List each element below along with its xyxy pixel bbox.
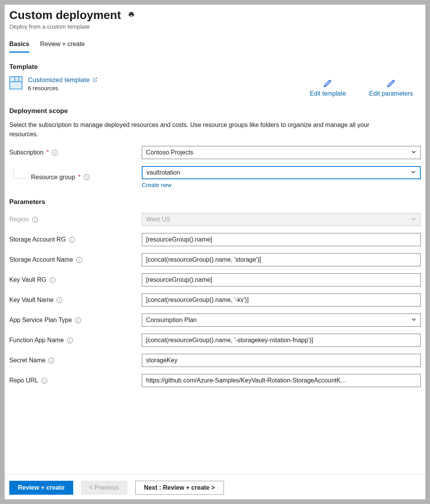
external-link-icon bbox=[92, 77, 98, 84]
required-indicator: * bbox=[46, 149, 49, 156]
info-icon[interactable]: i bbox=[76, 257, 82, 263]
resource-count: 6 resources bbox=[28, 85, 98, 91]
info-icon[interactable]: i bbox=[32, 217, 38, 223]
template-icon bbox=[9, 76, 22, 89]
review-create-button[interactable]: Review + create bbox=[9, 481, 73, 495]
pencil-icon bbox=[387, 79, 396, 88]
subscription-label: Subscription bbox=[9, 149, 43, 156]
chevron-down-icon bbox=[411, 149, 416, 156]
tab-review-create[interactable]: Review + create bbox=[40, 41, 85, 53]
function-app-name-input[interactable] bbox=[142, 334, 421, 347]
previous-button: < Previous bbox=[81, 481, 127, 495]
create-new-link[interactable]: Create new bbox=[142, 182, 172, 188]
tabs: Basics Review + create bbox=[9, 41, 421, 53]
info-icon[interactable]: i bbox=[50, 277, 55, 283]
info-icon[interactable]: i bbox=[41, 378, 47, 384]
info-icon[interactable]: i bbox=[75, 317, 81, 323]
secret-name-label: Secret Name bbox=[9, 357, 45, 364]
chevron-down-icon bbox=[411, 216, 416, 223]
info-icon[interactable]: i bbox=[48, 358, 54, 363]
app-service-plan-type-label: App Service Plan Type bbox=[9, 317, 72, 324]
resource-group-label: Resource group bbox=[31, 174, 75, 181]
region-label: Region bbox=[9, 216, 29, 223]
info-icon[interactable]: i bbox=[84, 174, 89, 180]
next-button[interactable]: Next : Review + create > bbox=[135, 481, 224, 495]
key-vault-name-input[interactable] bbox=[142, 293, 421, 307]
pencil-icon bbox=[323, 79, 332, 88]
edit-parameters-button[interactable]: Edit parameters bbox=[369, 79, 413, 97]
tree-connector bbox=[13, 169, 26, 178]
function-app-name-label: Function App Name bbox=[9, 337, 64, 344]
edit-template-label: Edit template bbox=[310, 90, 346, 97]
section-title-scope: Deployment scope bbox=[9, 107, 421, 115]
key-vault-rg-label: Key Vault RG bbox=[9, 276, 46, 283]
repo-url-input[interactable] bbox=[142, 374, 421, 387]
edit-template-button[interactable]: Edit template bbox=[310, 79, 346, 97]
section-title-template: Template bbox=[9, 63, 421, 71]
chevron-down-icon bbox=[411, 317, 416, 324]
page-subtitle: Deploy from a custom template bbox=[9, 23, 421, 30]
key-vault-rg-input[interactable] bbox=[142, 273, 421, 286]
resource-group-select[interactable]: vaultrotation bbox=[142, 166, 421, 179]
subscription-select[interactable]: Contoso Projects bbox=[142, 146, 421, 159]
storage-account-name-label: Storage Account Name bbox=[9, 256, 73, 263]
required-indicator: * bbox=[78, 174, 81, 181]
scope-description: Select the subscription to manage deploy… bbox=[9, 120, 381, 139]
customized-template-link[interactable]: Customized template bbox=[28, 76, 90, 84]
section-title-parameters: Parameters bbox=[9, 198, 421, 206]
storage-account-name-input[interactable] bbox=[142, 253, 421, 266]
tab-basics[interactable]: Basics bbox=[9, 41, 29, 53]
storage-account-rg-label: Storage Account RG bbox=[9, 236, 66, 243]
page-title: Custom deployment bbox=[9, 9, 121, 22]
print-icon[interactable] bbox=[128, 11, 135, 19]
info-icon[interactable]: i bbox=[57, 297, 62, 303]
region-select: West US bbox=[142, 213, 421, 226]
storage-account-rg-input[interactable] bbox=[142, 233, 421, 246]
edit-parameters-label: Edit parameters bbox=[369, 90, 413, 97]
subscription-value: Contoso Projects bbox=[146, 149, 193, 156]
resource-group-value: vaultrotation bbox=[146, 169, 180, 176]
region-value: West US bbox=[146, 216, 170, 223]
secret-name-input[interactable] bbox=[142, 354, 421, 367]
key-vault-name-label: Key Vault Name bbox=[9, 297, 53, 303]
info-icon[interactable]: i bbox=[67, 338, 73, 343]
app-service-plan-type-value: Consumption Plan bbox=[146, 317, 197, 324]
repo-url-label: Repo URL bbox=[9, 377, 38, 384]
svg-rect-0 bbox=[10, 77, 22, 89]
chevron-down-icon bbox=[411, 169, 416, 176]
info-icon[interactable]: i bbox=[52, 150, 58, 156]
info-icon[interactable]: i bbox=[69, 237, 75, 243]
app-service-plan-type-select[interactable]: Consumption Plan bbox=[142, 314, 421, 327]
